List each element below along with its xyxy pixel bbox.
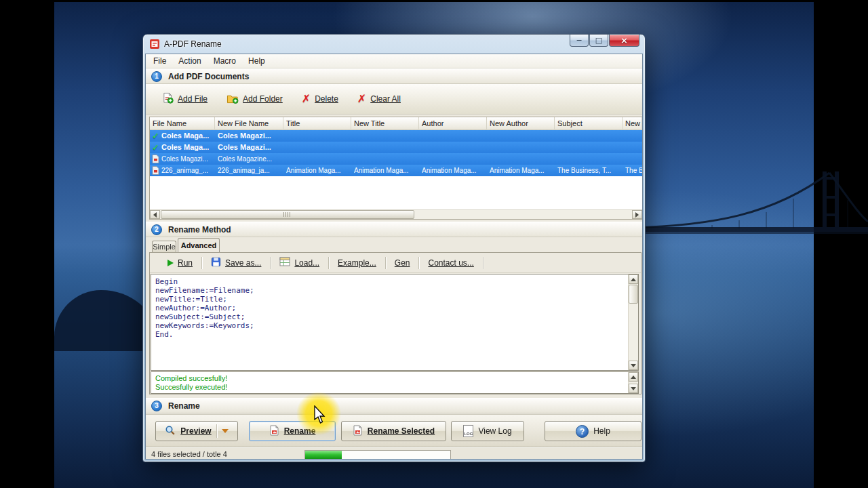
cell-file-name: Coles Maga... xyxy=(161,142,216,153)
table-row[interactable]: ✓ Coles Maga... Coles Magazi... xyxy=(150,130,642,142)
menu-help[interactable]: Help xyxy=(242,55,271,67)
app-icon xyxy=(149,39,160,49)
vertical-scroll-thumb[interactable] xyxy=(629,285,638,304)
column-subject[interactable]: Subject xyxy=(555,117,623,130)
cell-title: Animation Maga... xyxy=(286,165,351,176)
rename-selected-button[interactable]: Rename Selected xyxy=(341,421,446,441)
view-log-icon: LOG xyxy=(463,425,473,437)
vertical-scrollbar[interactable] xyxy=(628,274,638,370)
tab-advanced[interactable]: Advanced xyxy=(178,238,220,252)
rename-selected-label: Rename Selected xyxy=(368,426,435,436)
menu-action[interactable]: Action xyxy=(172,55,207,67)
menu-file[interactable]: File xyxy=(147,55,172,67)
titlebar[interactable]: A-PDF Rename − □ × xyxy=(143,35,645,54)
window-title: A-PDF Rename xyxy=(164,39,222,49)
toolbar-separator xyxy=(328,257,329,269)
view-log-button[interactable]: LOG View Log xyxy=(451,421,524,441)
gen-button[interactable]: Gen xyxy=(395,258,410,268)
delete-button[interactable]: ✗ Delete xyxy=(302,94,338,104)
script-line: End. xyxy=(155,330,625,339)
clear-all-button[interactable]: ✗ Clear All xyxy=(357,94,401,104)
scroll-down-button[interactable] xyxy=(629,384,638,393)
cell-new-file-name: Coles Magazi... xyxy=(218,130,283,142)
menu-macro[interactable]: Macro xyxy=(208,55,242,67)
progress-fill xyxy=(305,451,342,459)
vertical-scrollbar[interactable] xyxy=(628,372,638,393)
script-line: newFilename:=Filename; xyxy=(155,286,625,295)
documents-table: File Name New File Name Title New Title … xyxy=(149,117,643,220)
column-new-file-name[interactable]: New File Name xyxy=(215,117,283,130)
maximize-button[interactable]: □ xyxy=(589,35,608,47)
section1-header: 1 Add PDF Documents xyxy=(146,68,642,84)
window-body: File Action Macro Help 1 Add PDF Documen… xyxy=(145,54,643,460)
preview-icon xyxy=(165,425,176,438)
load-button[interactable]: Load... xyxy=(279,257,319,268)
cell-new-file-name: Coles Magazine... xyxy=(218,153,283,165)
cell-new-file-name: 226_animag_ja... xyxy=(218,165,283,176)
load-label: Load... xyxy=(294,258,319,268)
cell-author: Animation Maga... xyxy=(422,165,487,176)
cell-new-subject: The Bu... xyxy=(625,165,643,176)
script-editor[interactable]: Begin newFilename:=Filename; newTitle:=T… xyxy=(151,274,639,371)
script-line: Begin xyxy=(155,277,625,286)
rename-pdf-icon xyxy=(269,425,279,438)
toolbar-separator xyxy=(483,257,484,269)
scroll-left-icon xyxy=(153,212,157,218)
add-file-icon xyxy=(162,92,174,106)
save-as-button[interactable]: Save as... xyxy=(211,257,261,269)
table-row[interactable]: 226_animag_... 226_animag_ja... Animatio… xyxy=(150,165,642,176)
horizontal-scrollbar[interactable] xyxy=(150,209,642,219)
column-file-name[interactable]: File Name xyxy=(150,117,215,130)
clear-all-icon: ✗ xyxy=(357,94,366,104)
minimize-icon: − xyxy=(576,36,582,45)
column-new-author[interactable]: New Author xyxy=(487,117,555,130)
script-line: newSubject:=Subject; xyxy=(155,312,625,321)
gen-label: Gen xyxy=(395,258,410,268)
horizontal-scroll-thumb[interactable] xyxy=(161,210,414,219)
scroll-down-icon xyxy=(631,364,636,367)
scroll-up-button[interactable] xyxy=(629,274,638,284)
rename-selected-pdf-icon xyxy=(353,425,363,438)
step1-badge: 1 xyxy=(151,71,162,82)
table-body[interactable]: ✓ Coles Maga... Coles Magazi... ✓ Coles … xyxy=(150,130,642,209)
load-icon xyxy=(279,257,290,268)
bridge-silhouette xyxy=(631,159,868,288)
preview-dropdown-icon[interactable] xyxy=(222,429,229,433)
add-file-button[interactable]: Add File xyxy=(162,92,208,106)
minimize-button[interactable]: − xyxy=(570,35,589,47)
close-button[interactable]: × xyxy=(609,35,639,47)
column-title[interactable]: Title xyxy=(283,117,351,130)
scroll-left-button[interactable] xyxy=(150,210,160,219)
scroll-right-button[interactable] xyxy=(632,210,642,219)
help-icon: ? xyxy=(576,425,589,438)
caption-buttons: − □ × xyxy=(569,35,639,47)
progress-bar xyxy=(304,450,451,460)
section3-header: 3 Rename xyxy=(146,398,642,413)
table-row[interactable]: Coles Magazi... Coles Magazine... xyxy=(150,153,642,165)
add-file-label: Add File xyxy=(178,94,208,104)
cell-subject: The Business, T... xyxy=(557,165,623,176)
cell-new-author: Animation Maga... xyxy=(490,165,555,176)
tab-simple[interactable]: Simple xyxy=(152,241,176,252)
toolbar-separator xyxy=(201,257,202,269)
toolbar-separator xyxy=(270,257,271,269)
scroll-down-button[interactable] xyxy=(629,361,638,370)
method-toolbar: Run Save as... xyxy=(150,253,641,273)
cell-file-name: Coles Maga... xyxy=(161,130,216,142)
column-new-title[interactable]: New Title xyxy=(351,117,419,130)
preview-button[interactable]: Preview xyxy=(155,421,238,441)
run-button[interactable]: Run xyxy=(167,258,193,268)
scroll-up-button[interactable] xyxy=(629,372,638,382)
help-button[interactable]: ? Help xyxy=(545,421,642,441)
delete-label: Delete xyxy=(315,94,338,104)
check-icon: ✓ xyxy=(152,130,159,142)
column-new-subject[interactable]: New S xyxy=(623,117,642,130)
contact-us-button[interactable]: Contact us... xyxy=(428,258,473,268)
log-icon-text: LOG xyxy=(464,432,473,436)
table-row[interactable]: ✓ Coles Maga... Coles Magazi... xyxy=(150,142,642,153)
run-label: Run xyxy=(178,258,193,268)
column-author[interactable]: Author xyxy=(419,117,487,130)
example-button[interactable]: Example... xyxy=(338,258,376,268)
add-folder-button[interactable]: Add Folder xyxy=(226,93,283,106)
view-log-label: View Log xyxy=(478,426,511,436)
